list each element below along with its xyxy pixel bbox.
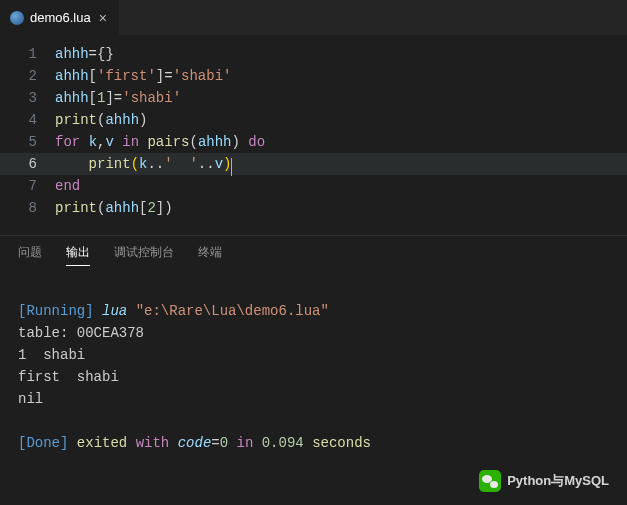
line-number: 3: [0, 87, 55, 109]
tab-output[interactable]: 输出: [66, 244, 90, 266]
code-line[interactable]: for k,v in pairs(ahhh) do: [55, 131, 627, 153]
text-cursor: [231, 158, 232, 176]
watermark: Python与MySQL: [479, 470, 609, 492]
wechat-icon: [479, 470, 501, 492]
output-line: table: 00CEA378: [18, 325, 144, 341]
running-tag: [Running]: [18, 303, 94, 319]
lua-icon: [10, 11, 24, 25]
line-number: 4: [0, 109, 55, 131]
output-panel[interactable]: [Running] lua "e:\Rare\Lua\demo6.lua" ta…: [0, 276, 627, 505]
file-tab-demo6[interactable]: demo6.lua ×: [0, 0, 120, 35]
line-number: 5: [0, 131, 55, 153]
code-line[interactable]: print(ahhh): [55, 109, 627, 131]
code-line[interactable]: ahhh[1]='shabi': [55, 87, 627, 109]
line-number: 6: [0, 153, 55, 175]
line-number: 7: [0, 175, 55, 197]
panel-tabs: 问题 输出 调试控制台 终端: [0, 236, 627, 276]
code-line[interactable]: ahhh['first']='shabi': [55, 65, 627, 87]
tab-terminal[interactable]: 终端: [198, 244, 222, 266]
watermark-text: Python与MySQL: [507, 470, 609, 492]
line-number: 8: [0, 197, 55, 219]
line-number: 1: [0, 43, 55, 65]
bottom-panel: 问题 输出 调试控制台 终端 [Running] lua "e:\Rare\Lu…: [0, 235, 627, 505]
tab-filename: demo6.lua: [30, 10, 91, 25]
output-line: 1 shabi: [18, 347, 85, 363]
done-tag: [Done]: [18, 435, 68, 451]
code-editor[interactable]: 1ahhh={} 2ahhh['first']='shabi' 3ahhh[1]…: [0, 35, 627, 235]
output-line: nil: [18, 391, 43, 407]
tab-debug-console[interactable]: 调试控制台: [114, 244, 174, 266]
output-line: first shabi: [18, 369, 119, 385]
code-line[interactable]: end: [55, 175, 627, 197]
tab-bar: demo6.lua ×: [0, 0, 627, 35]
close-icon[interactable]: ×: [97, 10, 109, 26]
tab-problems[interactable]: 问题: [18, 244, 42, 266]
code-line[interactable]: print(ahhh[2]): [55, 197, 627, 219]
code-line[interactable]: print(k..' '..v): [55, 153, 627, 175]
code-line[interactable]: ahhh={}: [55, 43, 627, 65]
line-number: 2: [0, 65, 55, 87]
